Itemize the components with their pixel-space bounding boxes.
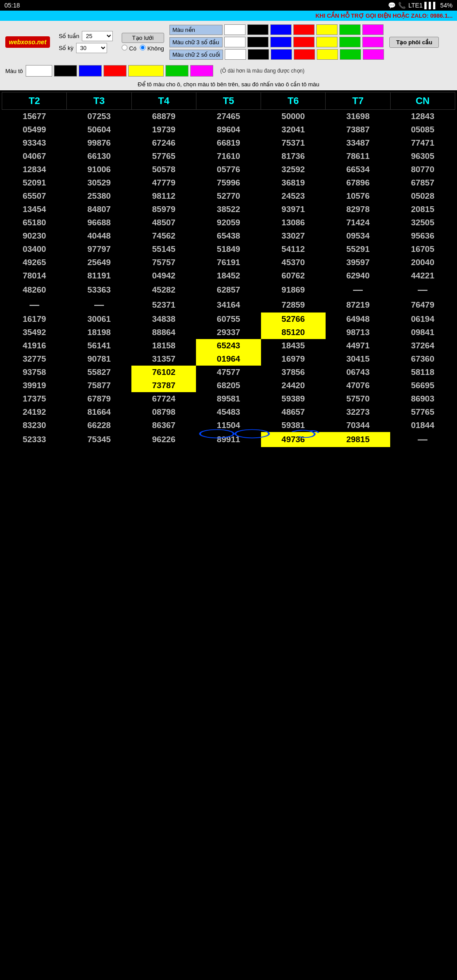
table-cell[interactable]: 01964 — [196, 352, 261, 366]
table-cell[interactable]: 57765 — [131, 150, 196, 163]
table-cell[interactable]: 93758 — [2, 366, 67, 379]
table-cell[interactable]: 90781 — [67, 352, 131, 366]
table-cell[interactable]: 37264 — [390, 339, 455, 352]
table-cell[interactable]: 75996 — [196, 176, 261, 189]
table-cell[interactable]: 49265 — [2, 256, 67, 269]
table-cell[interactable]: 44221 — [390, 269, 455, 282]
table-cell[interactable]: 12843 — [390, 110, 455, 123]
table-row[interactable]: 90230404487456265438330270953495636 — [2, 229, 455, 243]
table-cell[interactable]: 01844 — [390, 419, 455, 432]
mau-chu2-magenta[interactable] — [363, 49, 384, 60]
table-cell[interactable]: 71424 — [326, 216, 390, 229]
table-cell[interactable]: 56695 — [390, 379, 455, 392]
table-cell[interactable]: 96305 — [390, 150, 455, 163]
mau-chu2-black[interactable] — [248, 49, 269, 60]
table-cell[interactable]: 44971 — [326, 339, 390, 352]
table-cell[interactable]: 45370 — [261, 256, 326, 269]
table-cell[interactable]: 27465 — [196, 110, 261, 123]
table-cell[interactable]: 91006 — [67, 163, 131, 176]
table-cell[interactable]: 80770 — [390, 163, 455, 176]
table-cell[interactable]: 96226 — [131, 432, 196, 447]
table-cell[interactable]: 07253 — [67, 110, 131, 123]
table-cell[interactable]: 33027 — [261, 229, 326, 243]
table-cell[interactable]: 47076 — [326, 379, 390, 392]
table-cell[interactable]: 18435 — [261, 339, 326, 352]
table-cell[interactable]: 62857 — [196, 282, 261, 297]
mau-to-white[interactable] — [26, 65, 52, 77]
table-cell[interactable]: 45483 — [196, 405, 261, 419]
mau-to-green[interactable] — [165, 65, 188, 77]
table-cell[interactable]: 34164 — [196, 297, 261, 313]
table-cell[interactable]: 81664 — [67, 405, 131, 419]
mau-chu3-red[interactable] — [293, 37, 315, 47]
table-cell[interactable]: 57570 — [326, 392, 390, 405]
table-row[interactable]: 93758558277610247577378560674358118 — [2, 366, 455, 379]
table-cell[interactable]: 56141 — [67, 339, 131, 352]
table-row[interactable]: 32775907813135701964169793041567360 — [2, 352, 455, 366]
table-cell[interactable]: 75345 — [67, 432, 131, 447]
table-cell[interactable]: 66819 — [196, 136, 261, 150]
table-cell[interactable]: 18158 — [131, 339, 196, 352]
table-cell[interactable]: 05028 — [390, 189, 455, 203]
table-row[interactable]: 4826053363452826285791869—— — [2, 282, 455, 297]
mau-chu3-green[interactable] — [339, 37, 361, 47]
table-cell[interactable]: 09841 — [390, 326, 455, 339]
mau-nen-white[interactable] — [224, 24, 246, 35]
table-cell[interactable]: 05776 — [196, 163, 261, 176]
table-cell[interactable]: 35492 — [2, 326, 67, 339]
table-cell[interactable]: 52333 — [2, 432, 67, 447]
table-cell[interactable]: 58118 — [390, 366, 455, 379]
table-cell[interactable]: 36819 — [261, 176, 326, 189]
table-cell[interactable]: 05085 — [390, 123, 455, 136]
table-cell[interactable]: 08798 — [131, 405, 196, 419]
table-cell[interactable]: 24523 — [261, 189, 326, 203]
table-cell[interactable]: 15677 — [2, 110, 67, 123]
so-ky-select[interactable]: 30 — [76, 43, 107, 53]
mau-nen-black[interactable] — [247, 24, 269, 35]
table-cell[interactable]: 50604 — [67, 123, 131, 136]
table-cell[interactable]: 37856 — [261, 366, 326, 379]
table-row[interactable]: 04067661305776571610817367861196305 — [2, 150, 455, 163]
mau-chu3-yellow[interactable] — [316, 37, 338, 47]
table-row[interactable]: 03400977975514551849541125529116705 — [2, 243, 455, 256]
table-cell[interactable]: 98112 — [131, 189, 196, 203]
table-cell[interactable]: 53363 — [67, 282, 131, 297]
mau-chu2-green[interactable] — [340, 49, 361, 60]
table-cell[interactable]: 76191 — [196, 256, 261, 269]
table-cell[interactable]: — — [2, 297, 67, 313]
table-cell[interactable]: 32505 — [390, 216, 455, 229]
table-cell[interactable]: 78014 — [2, 269, 67, 282]
table-cell[interactable]: 55291 — [326, 243, 390, 256]
table-cell[interactable]: 89604 — [196, 123, 261, 136]
table-cell[interactable]: 60762 — [261, 269, 326, 282]
table-cell[interactable]: 31357 — [131, 352, 196, 366]
table-cell[interactable]: 75757 — [131, 256, 196, 269]
table-cell[interactable]: 59389 — [261, 392, 326, 405]
table-cell[interactable]: 39597 — [326, 256, 390, 269]
table-cell[interactable]: 81736 — [261, 150, 326, 163]
table-cell[interactable]: 92059 — [196, 216, 261, 229]
table-cell[interactable]: 65438 — [196, 229, 261, 243]
table-row[interactable]: 83230662288636711504593817034401844 — [2, 419, 455, 432]
table-cell[interactable]: 67724 — [131, 392, 196, 405]
table-cell[interactable]: 54112 — [261, 243, 326, 256]
table-cell[interactable]: 17375 — [2, 392, 67, 405]
table-row[interactable]: 41916561411815865243184354497137264 — [2, 339, 455, 352]
table-cell[interactable]: 48657 — [261, 405, 326, 419]
table-cell[interactable]: 96688 — [67, 216, 131, 229]
table-cell[interactable]: 30061 — [67, 313, 131, 326]
table-cell[interactable]: 89911 — [196, 432, 261, 447]
mau-chu3-white[interactable] — [224, 37, 246, 47]
table-cell[interactable]: 05499 — [2, 123, 67, 136]
table-cell[interactable]: 57765 — [390, 405, 455, 419]
table-cell[interactable]: 32273 — [326, 405, 390, 419]
table-cell[interactable]: 16979 — [261, 352, 326, 366]
table-row[interactable]: 49265256497575776191453703959720040 — [2, 256, 455, 269]
table-cell[interactable]: 86903 — [390, 392, 455, 405]
table-cell[interactable]: 97797 — [67, 243, 131, 256]
table-cell[interactable]: — — [390, 282, 455, 297]
table-cell[interactable]: 75877 — [67, 379, 131, 392]
table-row[interactable]: 52091305294777975996368196789667857 — [2, 176, 455, 189]
table-cell[interactable]: 20815 — [390, 203, 455, 216]
table-cell[interactable]: 25649 — [67, 256, 131, 269]
